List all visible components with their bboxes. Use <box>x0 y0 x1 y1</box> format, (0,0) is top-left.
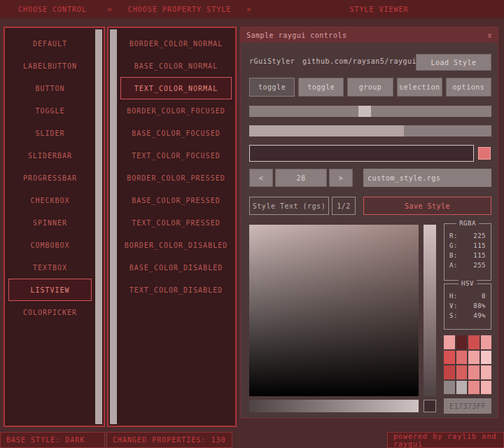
powered-by-label: powered by raylib and raygui <box>387 432 504 448</box>
palette-swatch[interactable] <box>456 381 468 395</box>
rgba-row-r: R:225 <box>449 232 486 239</box>
progressbar-fill <box>249 125 404 136</box>
color-palette-grid <box>444 335 491 394</box>
toggle-group: toggle toggle group selection options <box>249 78 491 97</box>
topbar: CHOOSE CONTROL > CHOOSE PROPERTY STYLE >… <box>0 0 504 18</box>
sample-textbox[interactable] <box>249 145 474 162</box>
chevron-right-icon: > <box>244 6 254 13</box>
controls-scrollbar[interactable] <box>95 29 102 424</box>
palette-swatch[interactable] <box>481 365 492 379</box>
style-filename-box[interactable]: custom_style.rgs <box>363 169 491 187</box>
sample-slider[interactable] <box>249 106 491 117</box>
control-item-button[interactable]: BUTTON <box>8 77 92 99</box>
palette-swatch[interactable] <box>481 351 492 365</box>
rgba-row-g: G:115 <box>449 242 486 249</box>
property-item-text-color-focused[interactable]: TEXT_COLOR_FOCUSED <box>120 144 232 167</box>
changed-properties-status: CHANGED PROPERTIES: 130 <box>106 432 232 448</box>
property-item-border-color-focused[interactable]: BORDER_COLOR_FOCUSED <box>120 99 232 122</box>
spinner-increment-button[interactable]: > <box>329 169 353 187</box>
group-toggle-button[interactable]: group <box>347 78 393 97</box>
palette-swatch[interactable] <box>468 365 479 379</box>
palette-swatch[interactable] <box>456 351 468 365</box>
load-style-button[interactable]: Load Style <box>416 54 491 71</box>
hex-value-textbox[interactable]: E17373FF <box>444 398 491 414</box>
palette-swatch[interactable] <box>456 335 468 349</box>
controls-list-panel: DEFAULT LABELBUTTON BUTTON TOGGLE SLIDER… <box>4 27 105 427</box>
step-choose-property-style: CHOOSE PROPERTY STYLE <box>115 6 244 13</box>
app-label: rGuiStyler <box>249 57 295 65</box>
style-text-button[interactable]: Style Text (rgs) <box>249 197 329 215</box>
property-item-base-color-pressed[interactable]: BASE_COLOR_PRESSED <box>120 189 232 211</box>
palette-swatch[interactable] <box>444 381 455 395</box>
control-item-progressbar[interactable]: PROGRESSBAR <box>8 167 92 189</box>
control-item-default[interactable]: DEFAULT <box>8 32 92 55</box>
color-picker-panel[interactable] <box>249 225 419 396</box>
palette-swatch[interactable] <box>456 365 468 379</box>
controls-list: DEFAULT LABELBUTTON BUTTON TOGGLE SLIDER… <box>8 32 92 423</box>
palette-swatch[interactable] <box>444 351 455 365</box>
step-style-viewer: STYLE VIEWER <box>254 6 504 13</box>
repo-link[interactable]: github.com/raysan5/raygui <box>302 57 414 65</box>
sample-window: Sample raygui controls x rGuiStyler gith… <box>240 27 498 419</box>
spinner-value-box[interactable]: 28 <box>275 169 327 187</box>
property-item-base-color-disabled[interactable]: BASE_COLOR_DISABLED <box>120 256 232 279</box>
hue-slider-bar[interactable] <box>424 225 436 396</box>
text-color-swatch <box>478 147 491 160</box>
control-item-spinner[interactable]: SPINNER <box>8 211 92 234</box>
palette-swatch[interactable] <box>468 381 479 395</box>
control-item-checkbox[interactable]: CHECKBOX <box>8 189 92 211</box>
alpha-toggle-box[interactable] <box>424 400 436 412</box>
property-item-text-color-disabled[interactable]: TEXT_COLOR_DISABLED <box>120 279 232 301</box>
property-item-text-color-normal-selected[interactable]: TEXT_COLOR_NORMAL <box>120 77 232 99</box>
control-item-colorpicker[interactable]: COLORPICKER <box>8 301 92 323</box>
sample-window-titlebar[interactable]: Sample raygui controls x <box>241 27 498 43</box>
sample-window-body: rGuiStyler github.com/raysan5/raygui Loa… <box>241 43 498 418</box>
hsv-group-title: HSV <box>458 280 477 287</box>
palette-swatch[interactable] <box>468 335 479 349</box>
selection-toggle-button[interactable]: selection <box>397 78 442 97</box>
slider-handle[interactable] <box>358 106 371 117</box>
property-item-border-color-pressed[interactable]: BORDER_COLOR_PRESSED <box>120 167 232 189</box>
options-toggle-button[interactable]: options <box>446 78 491 97</box>
page-indicator-button[interactable]: 1/2 <box>332 197 356 215</box>
close-icon[interactable]: x <box>487 31 492 39</box>
control-item-slider[interactable]: SLIDER <box>8 122 92 144</box>
palette-swatch[interactable] <box>481 381 492 395</box>
statusbar: BASE STYLE: DARK CHANGED PROPERTIES: 130… <box>0 432 504 448</box>
property-item-text-color-pressed[interactable]: TEXT_COLOR_PRESSED <box>120 211 232 234</box>
property-item-border-color-normal[interactable]: BORDER_COLOR_NORMAL <box>120 32 232 55</box>
toggle-button-active[interactable]: toggle <box>249 78 295 97</box>
control-item-textbox[interactable]: TEXTBOX <box>8 256 92 279</box>
rguistyler-app: CHOOSE CONTROL > CHOOSE PROPERTY STYLE >… <box>0 0 504 448</box>
chevron-right-icon: > <box>105 6 115 13</box>
statusbar-spacer <box>232 432 387 448</box>
property-item-base-color-focused[interactable]: BASE_COLOR_FOCUSED <box>120 122 232 144</box>
sample-progressbar <box>249 125 491 136</box>
property-item-base-color-normal[interactable]: BASE_COLOR_NORMAL <box>120 55 232 77</box>
properties-scrollbar[interactable] <box>110 29 117 424</box>
rgba-row-a: A:255 <box>449 262 486 269</box>
step-choose-control: CHOOSE CONTROL <box>0 6 105 13</box>
palette-swatch[interactable] <box>444 365 455 379</box>
alpha-slider-bar[interactable] <box>249 400 419 412</box>
rgba-group-title: RGBA <box>456 220 479 227</box>
spinner-decrement-button[interactable]: < <box>249 169 273 187</box>
control-item-labelbutton[interactable]: LABELBUTTON <box>8 55 92 77</box>
properties-list-panel: BORDER_COLOR_NORMAL BASE_COLOR_NORMAL TE… <box>107 27 237 427</box>
toggle-button[interactable]: toggle <box>298 78 344 97</box>
property-item-border-color-disabled[interactable]: BORDER_COLOR_DISABLED <box>120 234 232 256</box>
control-item-listview-selected[interactable]: LISTVIEW <box>8 279 92 301</box>
hsv-row-v: V:88% <box>449 302 486 309</box>
base-style-status: BASE STYLE: DARK <box>0 432 105 448</box>
control-item-combobox[interactable]: COMBOBOX <box>8 234 92 256</box>
sample-window-title: Sample raygui controls <box>246 31 487 39</box>
save-style-button[interactable]: Save Style <box>363 197 491 215</box>
hsv-row-h: H:0 <box>449 293 486 300</box>
hsv-groupbox: HSV H:0 V:88% S:49% <box>444 284 491 330</box>
control-item-toggle[interactable]: TOGGLE <box>8 99 92 122</box>
palette-swatch[interactable] <box>481 335 492 349</box>
control-item-sliderbar[interactable]: SLIDERBAR <box>8 144 92 167</box>
palette-swatch[interactable] <box>468 351 479 365</box>
palette-swatch[interactable] <box>444 335 455 349</box>
hsv-row-s: S:49% <box>449 312 486 319</box>
